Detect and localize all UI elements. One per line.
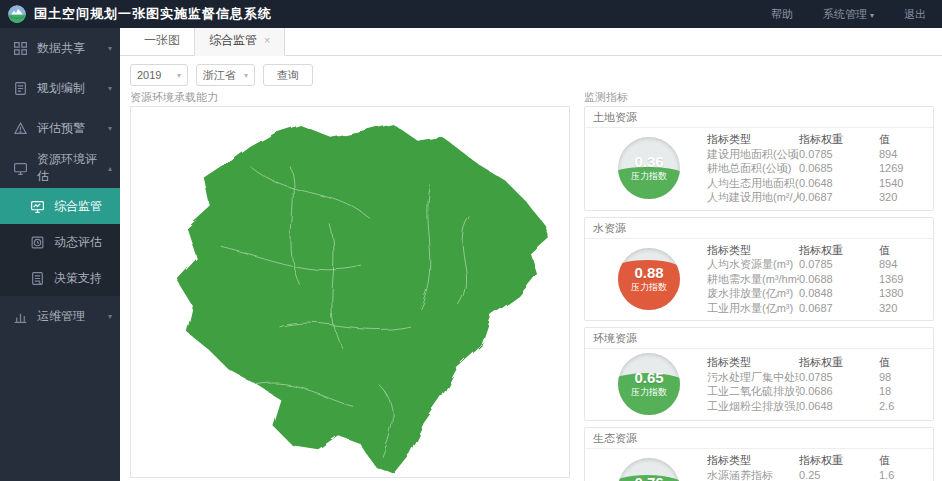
chevron-down-icon: ▾ bbox=[244, 71, 248, 80]
cell-indicator-value: 1269 bbox=[879, 161, 923, 176]
cell-indicator-weight: 0.0785 bbox=[799, 147, 879, 162]
table-row: 建设用地面积(公顷)0.0785894 bbox=[707, 147, 923, 162]
cell-indicator-value: 18 bbox=[879, 384, 923, 399]
bar-chart-icon bbox=[13, 309, 28, 324]
gauge-label: 压力指数 bbox=[631, 386, 667, 399]
top-nav: 帮助 系统管理▾ 退出 bbox=[771, 7, 926, 22]
sidebar-item-label: 资源环境评估 bbox=[37, 151, 108, 185]
gauge-text: 0.65压力指数 bbox=[618, 353, 680, 415]
column-header: 指标权重 bbox=[799, 453, 879, 468]
cell-indicator-value: 894 bbox=[879, 257, 923, 272]
sidebar-item-label: 评估预警 bbox=[37, 120, 85, 137]
monitor-icon bbox=[13, 161, 28, 176]
cell-indicator-weight: 0.0688 bbox=[799, 272, 879, 287]
table-header-row: 指标类型指标权重值 bbox=[707, 453, 923, 468]
column-header: 值 bbox=[879, 453, 923, 468]
indicator-table: 指标类型指标权重值人均水资源量(m³)0.0785894耕地需水量(m³/hm²… bbox=[707, 243, 923, 316]
main-area: 一张图综合监管× 2019 ▾ 浙江省 ▾ 查询 资源环境承载能力 bbox=[120, 28, 942, 481]
gauge-text: 0.88压力指数 bbox=[618, 248, 680, 310]
gauge-value: 0.36 bbox=[634, 153, 663, 170]
cell-indicator-weight: 0.0687 bbox=[799, 301, 879, 316]
tab-综合监管[interactable]: 综合监管× bbox=[194, 28, 285, 56]
cell-indicator-type: 工业用水量(亿m³) bbox=[707, 301, 799, 316]
map-title: 资源环境承载能力 bbox=[130, 90, 570, 106]
nav-logout[interactable]: 退出 bbox=[904, 7, 926, 22]
gauge-wrap: 0.65压力指数 bbox=[591, 353, 707, 415]
cell-indicator-weight: 0.0785 bbox=[799, 257, 879, 272]
cell-indicator-weight: 0.0648 bbox=[799, 176, 879, 191]
tab-label: 综合监管 bbox=[209, 32, 257, 49]
column-header: 值 bbox=[879, 243, 923, 258]
sidebar-item-评估预警[interactable]: 评估预警▾ bbox=[0, 108, 120, 148]
chevron-down-icon: ▾ bbox=[108, 312, 112, 321]
indicator-card-环境资源: 环境资源0.65压力指数指标类型指标权重值污水处理厂集中处理率(%)0.0785… bbox=[584, 327, 934, 421]
card-body: 0.88压力指数指标类型指标权重值人均水资源量(m³)0.0785894耕地需水… bbox=[585, 239, 933, 321]
column-header: 指标类型 bbox=[707, 132, 799, 147]
map-region-shape bbox=[177, 123, 549, 473]
card-section-title: 环境资源 bbox=[585, 328, 933, 349]
gauge-text: 0.36压力指数 bbox=[618, 137, 680, 199]
year-select[interactable]: 2019 ▾ bbox=[130, 64, 188, 86]
cell-indicator-type: 工业二氧化硫排放强度(公斤) bbox=[707, 384, 799, 399]
table-row: 水源涵养指标0.251.6 bbox=[707, 468, 923, 481]
gauge-value: 0.65 bbox=[634, 369, 663, 386]
sidebar-subitem-动态评估[interactable]: 动态评估 bbox=[0, 224, 120, 260]
sidebar-item-运维管理[interactable]: 运维管理▾ bbox=[0, 296, 120, 336]
sidebar-item-资源环境评估[interactable]: 资源环境评估▴ bbox=[0, 148, 120, 188]
cell-indicator-value: 2.6 bbox=[879, 399, 923, 414]
tab-bar: 一张图综合监管× bbox=[120, 28, 942, 56]
cell-indicator-value: 1380 bbox=[879, 286, 923, 301]
sidebar-item-规划编制[interactable]: 规划编制▾ bbox=[0, 68, 120, 108]
cell-indicator-weight: 0.0785 bbox=[799, 370, 879, 385]
pressure-gauge: 0.65压力指数 bbox=[618, 353, 680, 415]
chevron-down-icon: ▾ bbox=[870, 11, 874, 20]
cell-indicator-value: 894 bbox=[879, 147, 923, 162]
table-row: 工业烟粉尘排放强度(m²/人)0.06482.6 bbox=[707, 399, 923, 414]
tab-close-icon[interactable]: × bbox=[264, 35, 270, 46]
cell-indicator-weight: 0.0687 bbox=[799, 190, 879, 205]
pressure-gauge: 0.88压力指数 bbox=[618, 248, 680, 310]
region-select[interactable]: 浙江省 ▾ bbox=[196, 64, 255, 86]
column-header: 值 bbox=[879, 132, 923, 147]
nav-help[interactable]: 帮助 bbox=[771, 7, 793, 22]
table-header-row: 指标类型指标权重值 bbox=[707, 355, 923, 370]
column-header: 指标类型 bbox=[707, 243, 799, 258]
map-viewport[interactable] bbox=[130, 106, 570, 478]
sidebar-subitem-label: 综合监管 bbox=[54, 198, 102, 215]
cell-indicator-weight: 0.0685 bbox=[799, 161, 879, 176]
column-header: 指标类型 bbox=[707, 453, 799, 468]
indicator-card-生态资源: 生态资源0.76压力指数指标类型指标权重值水源涵养指标0.251.6受保护区域面… bbox=[584, 427, 934, 481]
sidebar-subitem-label: 动态评估 bbox=[54, 234, 102, 251]
card-section-title: 土地资源 bbox=[585, 107, 933, 128]
cell-indicator-type: 废水排放量(亿m³) bbox=[707, 286, 799, 301]
query-button[interactable]: 查询 bbox=[263, 64, 313, 86]
gauge-label: 压力指数 bbox=[631, 170, 667, 183]
nav-system-admin[interactable]: 系统管理▾ bbox=[823, 7, 874, 22]
sidebar-item-数据共享[interactable]: 数据共享▾ bbox=[0, 28, 120, 68]
cell-indicator-type: 水源涵养指标 bbox=[707, 468, 799, 481]
gauge-value: 0.76 bbox=[634, 474, 663, 481]
document-icon bbox=[13, 81, 28, 96]
cell-indicator-weight: 0.0648 bbox=[799, 399, 879, 414]
app-root: 国土空间规划一张图实施监督信息系统 帮助 系统管理▾ 退出 数据共享▾规划编制▾… bbox=[0, 0, 942, 481]
cell-indicator-type: 耕地总面积(公顷) bbox=[707, 161, 799, 176]
table-row: 耕地总面积(公顷)0.06851269 bbox=[707, 161, 923, 176]
indicator-card-水资源: 水资源0.88压力指数指标类型指标权重值人均水资源量(m³)0.0785894耕… bbox=[584, 217, 934, 322]
card-body: 0.65压力指数指标类型指标权重值污水处理厂集中处理率(%)0.078598工业… bbox=[585, 349, 933, 420]
gauge-label: 压力指数 bbox=[631, 281, 667, 294]
sidebar-item-label: 规划编制 bbox=[37, 80, 85, 97]
table-row: 人均水资源量(m³)0.0785894 bbox=[707, 257, 923, 272]
cell-indicator-type: 人均建设用地(m²/人) bbox=[707, 190, 799, 205]
tab-一张图[interactable]: 一张图 bbox=[130, 28, 194, 55]
sidebar-subitem-综合监管[interactable]: 综合监管 bbox=[0, 188, 120, 224]
chevron-down-icon: ▾ bbox=[108, 124, 112, 133]
region-select-value: 浙江省 bbox=[203, 68, 236, 83]
app-logo-icon bbox=[8, 5, 26, 23]
cell-indicator-value: 1.6 bbox=[879, 468, 923, 481]
cell-indicator-weight: 0.25 bbox=[799, 468, 879, 481]
cell-indicator-type: 耕地需水量(m³/hm²) bbox=[707, 272, 799, 287]
chevron-down-icon: ▾ bbox=[177, 71, 181, 80]
sidebar-subitem-决策支持[interactable]: 决策支持 bbox=[0, 260, 120, 296]
cell-indicator-type: 人均生态用地面积(m²/人) bbox=[707, 176, 799, 191]
indicator-table: 指标类型指标权重值水源涵养指标0.251.6受保护区域面积占比(%)0.2547… bbox=[707, 453, 923, 481]
